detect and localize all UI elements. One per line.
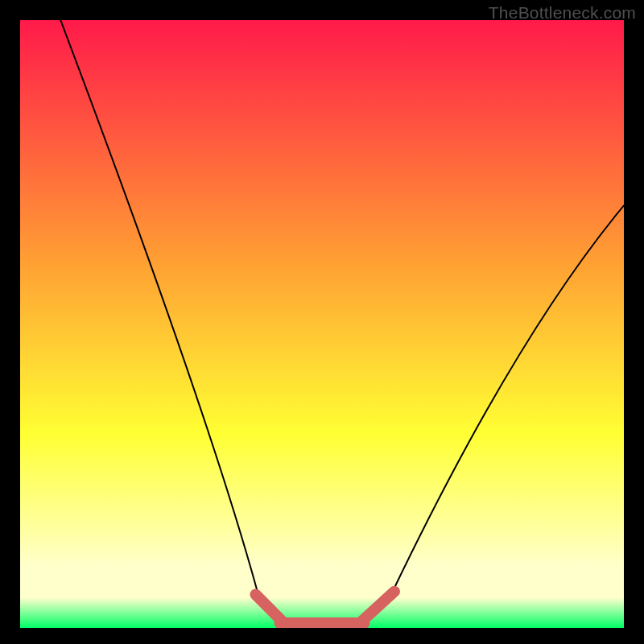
gradient-background bbox=[20, 20, 624, 628]
chart-frame: TheBottleneck.com bbox=[0, 0, 644, 644]
bottleneck-chart bbox=[20, 20, 624, 628]
plot-area bbox=[20, 20, 624, 628]
